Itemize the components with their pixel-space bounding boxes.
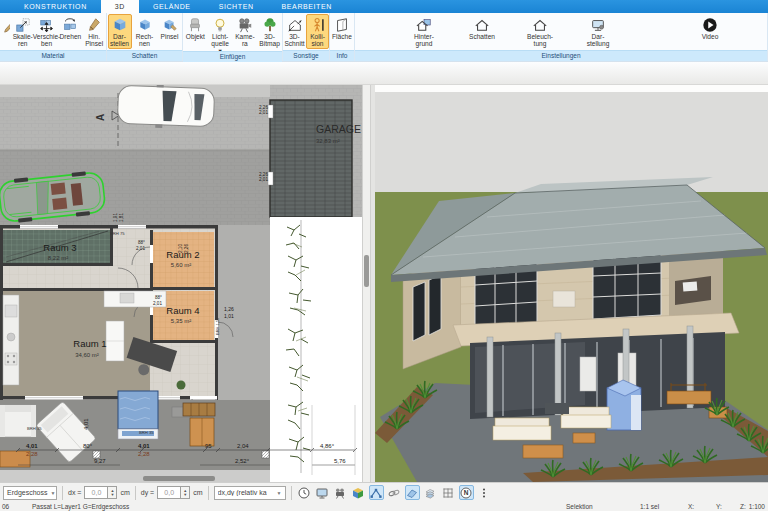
ribbon-group-label-einstellungen: Einstellungen	[355, 50, 767, 61]
svg-text:4,86°: 4,86°	[320, 443, 335, 449]
svg-text:BRH 35: BRH 35	[139, 430, 154, 435]
ribbon-button-clipped[interactable]	[0, 14, 11, 35]
floor-select[interactable]: Erdgeschoss▼	[3, 486, 57, 500]
status-scale-sel: 1:1 sel	[640, 503, 659, 510]
coordinate-mode-select[interactable]: dx,dy (relativ ka▼	[214, 486, 286, 500]
plan-vertical-scrollbar[interactable]	[362, 85, 371, 482]
svg-text:8,22 m²: 8,22 m²	[48, 255, 68, 261]
status-context: Passat L=Layer1 G=Erdgeschoss	[32, 503, 129, 510]
tab-sichten[interactable]: SICHTEN	[205, 0, 268, 13]
pencil-icon	[1, 16, 11, 33]
ribbon-button-kamera[interactable]: Kame- ra	[233, 14, 257, 49]
svg-text:BRH 1,50: BRH 1,50	[215, 317, 220, 335]
camera-icon	[236, 16, 254, 33]
dy-input[interactable]	[157, 486, 181, 499]
plan-view-2d[interactable]: GARAGE 32,83 m² 2,26 2,01 2,26 2,01	[0, 85, 362, 482]
svg-text:1,91: 1,91	[113, 213, 118, 222]
plan-car-white[interactable]	[117, 85, 214, 130]
tab-3d[interactable]: 3D	[101, 0, 139, 13]
ribbon-canvas-gap	[0, 62, 768, 85]
ribbon-button-schatten-einstellung[interactable]: Schatten	[461, 14, 503, 42]
status-y-label: Y:	[716, 503, 722, 510]
render-camera-button[interactable]	[333, 485, 348, 500]
ribbon-button-darstellung[interactable]: Dar- stellung	[577, 14, 619, 49]
texture-cube-button[interactable]	[351, 485, 366, 500]
svg-text:4,01: 4,01	[26, 443, 38, 449]
chain-button[interactable]	[387, 485, 402, 500]
surface-snap-button[interactable]	[405, 485, 420, 500]
ribbon-button-flaeche[interactable]: Fläche	[330, 14, 354, 42]
house-icon	[531, 16, 549, 33]
svg-text:BRH 35: BRH 35	[27, 426, 42, 431]
ribbon-button-video[interactable]: Video	[695, 14, 725, 42]
svg-text:5,35 m²: 5,35 m²	[171, 318, 191, 324]
svg-text:95: 95	[205, 443, 212, 449]
ribbon-button-hin-pinsel[interactable]: Hin. Pinsel	[82, 14, 106, 49]
ribbon-button-beleuchtung[interactable]: Beleuch- tung	[519, 14, 561, 49]
dx-label: dx =	[68, 489, 81, 496]
svg-text:2,04: 2,04	[237, 443, 249, 449]
svg-text:2,28: 2,28	[26, 451, 38, 457]
cube-icon	[111, 16, 129, 33]
svg-text:2,28: 2,28	[138, 451, 150, 457]
application-window: KONSTRUKTION 3D GELÄNDE SICHTEN BEARBEIT…	[0, 0, 768, 512]
svg-text:4,01: 4,01	[83, 418, 89, 430]
ribbon-button-pinsel[interactable]: Pinsel	[158, 14, 182, 42]
tab-bearbeiten[interactable]: BEARBEITEN	[268, 0, 346, 13]
north-icon	[461, 488, 471, 498]
ribbon-button-darstellen[interactable]: Dar- stellen	[108, 14, 132, 49]
render-view-3d[interactable]	[375, 85, 768, 482]
rotate-icon	[61, 16, 79, 33]
house-background-icon	[415, 16, 433, 33]
more-options-button[interactable]	[477, 485, 492, 500]
layers-icon	[426, 489, 434, 498]
ribbon-group-label-schatten: Schatten	[107, 50, 182, 61]
svg-text:5,76: 5,76	[334, 458, 346, 464]
tab-gelaende[interactable]: GELÄNDE	[139, 0, 205, 13]
dy-stepper[interactable]: ▲▼	[181, 486, 190, 499]
svg-text:88°: 88°	[155, 295, 162, 300]
ribbon-button-3d-bitmap[interactable]: 3D- Bitmap	[258, 14, 282, 49]
svg-text:80°: 80°	[83, 443, 93, 449]
svg-text:2,01: 2,01	[136, 246, 145, 251]
ribbon-button-skalieren[interactable]: Skalie- ren	[11, 14, 35, 49]
tab-konstruktion[interactable]: KONSTRUKTION	[10, 0, 101, 13]
chain-icon	[389, 489, 400, 496]
ribbon-button-kollision[interactable]: Kolli- sion	[306, 14, 329, 49]
ribbon-button-3d-schnitt[interactable]: 3D- Schnitt	[283, 14, 306, 49]
plan-horizontal-scrollbar[interactable]	[143, 476, 215, 481]
svg-text:BRH 75: BRH 75	[110, 231, 125, 236]
grid-icon	[444, 488, 453, 497]
svg-text:34,60 m²: 34,60 m²	[75, 352, 99, 358]
ribbon-button-verschieben[interactable]: Verschie- ben	[35, 14, 59, 49]
display-button[interactable]	[315, 485, 330, 500]
status-coordinate: 06	[2, 503, 9, 510]
cube-icon	[136, 16, 154, 33]
ribbon-button-rechnen[interactable]: Rech- nen	[133, 14, 157, 49]
move-icon	[38, 16, 56, 33]
ribbon-button-objekt[interactable]: Objekt	[183, 14, 207, 42]
status-zoom: 1:100	[749, 503, 765, 510]
layers-button[interactable]	[423, 485, 438, 500]
north-button[interactable]	[459, 485, 474, 500]
snap-vertex-button[interactable]	[369, 485, 384, 500]
ribbon-group-label-sonstige: Sonstige	[283, 50, 329, 61]
svg-text:9,27: 9,27	[94, 458, 106, 464]
bulb-icon	[211, 16, 229, 33]
ribbon-group-sonstige: 3D- Schnitt Kolli- sion Sonstige	[283, 13, 330, 61]
scrollbar-thumb[interactable]	[364, 255, 369, 287]
room-label-raum4: Raum 4	[166, 305, 199, 316]
house-section-icon	[286, 16, 304, 33]
ribbon-button-hintergrund[interactable]: Hinter- grund	[403, 14, 445, 49]
dx-input[interactable]	[84, 486, 108, 499]
cube-brush-icon	[161, 16, 179, 33]
ribbon-button-drehen[interactable]: Drehen	[59, 14, 83, 42]
garage-label: GARAGE	[316, 123, 361, 135]
grid-button[interactable]	[441, 485, 456, 500]
time-button[interactable]	[297, 485, 312, 500]
dx-stepper[interactable]: ▲▼	[108, 486, 117, 499]
brush-icon	[85, 16, 103, 33]
monitor-gear-icon	[589, 16, 607, 33]
ribbon-group-einstellungen: Hinter- grund Schatten Beleuch- tung Dar…	[355, 13, 768, 61]
workspace: GARAGE 32,83 m² 2,26 2,01 2,26 2,01	[0, 85, 768, 482]
